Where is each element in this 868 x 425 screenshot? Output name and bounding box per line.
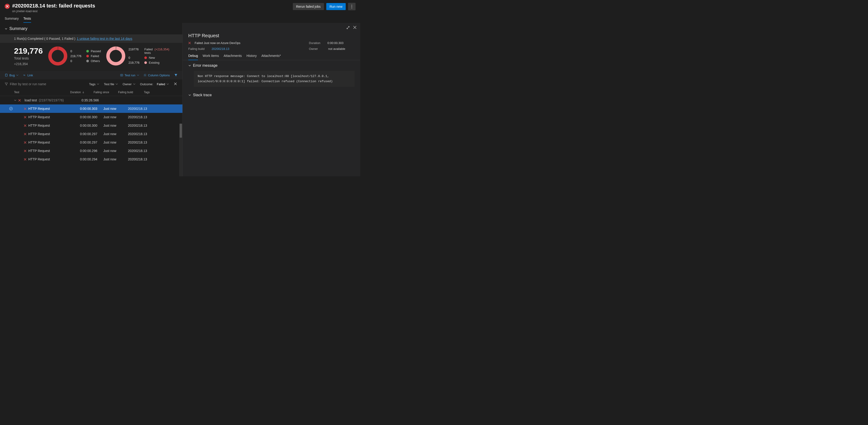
svg-point-3	[50, 48, 66, 64]
table-row[interactable]: HTTP Request0:00:00.296Just now20200218.…	[0, 147, 182, 155]
failed-sub-label: tests	[144, 51, 151, 55]
test-name: HTTP Request	[28, 149, 50, 153]
legend-existing-label: Existing	[149, 61, 159, 64]
table-row[interactable]: HTTP Request0:00:00.300Just now20200218.…	[0, 113, 182, 121]
test-duration: 0:00:00.296	[80, 149, 103, 153]
test-name: HTTP Request	[28, 141, 50, 144]
test-name: HTTP Request	[28, 124, 50, 128]
error-message-body: Non HTTP response message: Connect to lo…	[194, 71, 354, 87]
scrollbar-thumb[interactable]	[180, 124, 182, 138]
table-row[interactable]: HTTP Request0:00:00.294Just now20200218.…	[0, 155, 182, 164]
detail-tab-work-items[interactable]: Work items	[203, 53, 219, 60]
test-failing-since: Just now	[103, 107, 128, 111]
status-fail-icon	[5, 4, 10, 9]
fail-x-icon	[24, 108, 26, 110]
chevron-down-icon	[14, 99, 17, 102]
rerun-failed-button[interactable]: Rerun failed jobs	[293, 3, 324, 10]
bug-button[interactable]: Bug	[5, 74, 19, 77]
svg-point-9	[145, 75, 146, 76]
dot-green-icon	[86, 50, 89, 53]
fail-x-icon	[188, 42, 191, 44]
test-failing-since: Just now	[103, 141, 128, 144]
more-actions-icon[interactable]	[348, 3, 355, 10]
failing-build-label: Failing build	[188, 47, 205, 51]
detail-tab-debug[interactable]: Debug	[188, 53, 198, 60]
stack-trace-header[interactable]: Stack trace	[183, 90, 360, 101]
test-failing-since: Just now	[103, 124, 128, 128]
col-tags[interactable]: Tags	[144, 91, 162, 94]
detail-tab-attachments[interactable]: Attachments	[224, 53, 242, 60]
table-row[interactable]: HTTP Request0:00:00.303Just now20200218.…	[0, 105, 182, 113]
group-count: (219776/219776)	[39, 98, 64, 102]
svg-point-5	[108, 48, 124, 64]
legend-others-label: Others	[91, 59, 100, 63]
test-duration: 0:00:00.297	[80, 132, 103, 136]
summary-strip-text: 1 Run(s) Completed ( 0 Passed, 1 Failed …	[14, 37, 75, 40]
build-link[interactable]: 20200218.13	[128, 107, 147, 111]
fail-x-icon	[24, 150, 26, 152]
duration-value: 0:00:00.303	[328, 41, 344, 45]
filter-outcome[interactable]: Outcome: Failed	[140, 82, 169, 87]
fail-x-icon	[24, 133, 26, 135]
test-group-row[interactable]: load test (219776/219776) 0:35:26.566	[0, 96, 182, 105]
page-subtitle: on jmeter-load-test	[12, 9, 95, 13]
legend-new-label: New	[149, 56, 155, 59]
column-options-button[interactable]: Column Options	[144, 74, 170, 77]
filter-owner[interactable]: Owner	[122, 82, 136, 87]
table-row[interactable]: HTTP Request0:00:00.297Just now20200218.…	[0, 138, 182, 147]
total-tests-label: Total tests	[14, 56, 43, 60]
filter-tags[interactable]: Tags	[89, 82, 100, 87]
group-duration: 0:35:26.566	[82, 98, 99, 102]
run-new-button[interactable]: Run new	[326, 3, 346, 10]
col-failing-since[interactable]: Failing since	[94, 91, 118, 94]
clear-filters-icon[interactable]	[173, 81, 178, 87]
error-message-header[interactable]: Error message	[183, 60, 360, 71]
dot-red-icon	[86, 55, 89, 57]
filter-input[interactable]	[10, 82, 68, 86]
chevron-down-icon	[116, 83, 118, 85]
legend-others-count: 0	[70, 59, 85, 63]
svg-rect-8	[120, 74, 123, 76]
summary-heading: Summary	[9, 26, 27, 31]
link-icon	[23, 74, 26, 77]
table-row[interactable]: HTTP Request0:00:00.300Just now20200218.…	[0, 121, 182, 130]
col-failing-build[interactable]: Failing build	[118, 91, 144, 94]
detail-tab-history[interactable]: History	[247, 53, 257, 60]
expand-icon[interactable]	[346, 26, 350, 30]
filter-testfile[interactable]: Test file	[103, 82, 118, 87]
tab-tests[interactable]: Tests	[23, 15, 31, 23]
failed-head-count: 219776	[128, 48, 143, 51]
test-name: HTTP Request	[28, 107, 50, 111]
summary-section-header[interactable]: Summary	[0, 23, 182, 34]
fail-x-icon	[24, 158, 26, 161]
unique-failing-link[interactable]: 1 unique failing test in the last 14 day…	[77, 37, 132, 40]
filter-icon	[5, 82, 8, 86]
legend-failed-count: 219,776	[70, 54, 85, 58]
col-duration[interactable]: Duration	[70, 91, 94, 94]
legend-failed-label: Failed	[91, 54, 99, 58]
test-name: HTTP Request	[28, 158, 50, 161]
detail-tab-attachments-[interactable]: Attachments*	[261, 53, 281, 60]
scrollbar[interactable]	[179, 124, 182, 176]
fail-x-icon	[18, 99, 21, 102]
svg-point-2	[351, 8, 352, 8]
filter-toggle-icon[interactable]	[174, 73, 178, 77]
link-button[interactable]: Link	[23, 74, 33, 77]
table-row[interactable]: HTTP Request0:00:00.297Just now20200218.…	[0, 130, 182, 138]
close-icon[interactable]	[353, 26, 356, 30]
bug-icon	[5, 74, 8, 77]
chevron-down-icon	[16, 74, 19, 76]
dot-pink-icon	[144, 61, 147, 64]
sort-down-icon	[82, 91, 85, 93]
testrun-button[interactable]: Test run	[120, 74, 139, 77]
legend-new-count: 0	[128, 56, 143, 59]
owner-label: Owner	[309, 47, 318, 51]
col-test[interactable]: Test	[14, 91, 70, 94]
tab-summary[interactable]: Summary	[5, 15, 19, 23]
test-failing-since: Just now	[103, 115, 128, 119]
detail-status: Failed Just now on Azure DevOps	[195, 41, 241, 45]
owner-value: not available	[328, 47, 345, 51]
row-check-icon[interactable]	[8, 107, 14, 111]
build-text: 20200218.13	[128, 115, 147, 119]
failing-build-link[interactable]: 20200218.13	[212, 47, 229, 51]
